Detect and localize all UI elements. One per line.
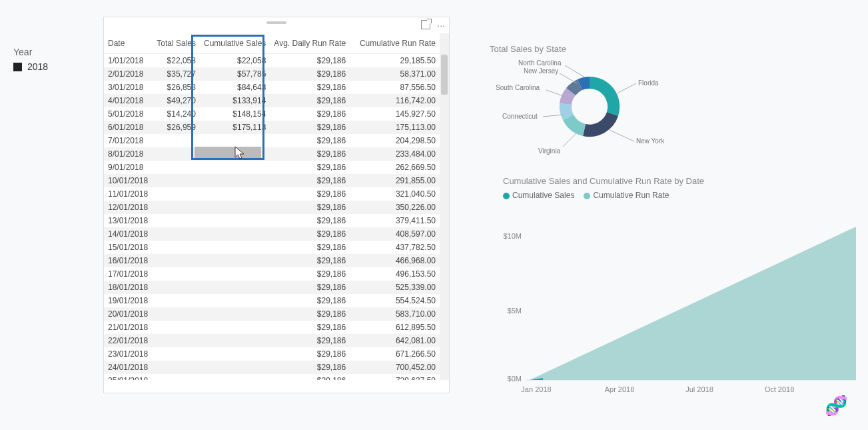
table-row[interactable]: 10/01/2018$29,186291,855.00 [104, 174, 440, 187]
drag-handle-icon[interactable] [266, 21, 286, 24]
table-row[interactable]: 23/01/2018$29,186671,266.50 [104, 347, 440, 361]
cell-date: 19/01/2018 [104, 294, 153, 307]
scroll-thumb[interactable] [441, 55, 448, 95]
table-row[interactable]: 19/01/2018$29,186554,524.50 [104, 294, 440, 307]
cell-cr: 29,185.50 [350, 54, 440, 68]
more-options-icon[interactable]: ··· [437, 20, 445, 31]
cell-ts [153, 134, 200, 147]
cell-date: 24/01/2018 [104, 361, 153, 374]
table-row[interactable]: 9/01/2018$29,186262,669.50 [104, 161, 440, 174]
area-runrate[interactable] [530, 227, 856, 380]
svg-line-1 [560, 73, 577, 83]
table-row[interactable]: 7/01/2018$29,186204,298.50 [104, 134, 440, 147]
table-row[interactable]: 24/01/2018$29,186700,452.00 [104, 361, 440, 374]
table-row[interactable]: 2/01/2018$35,727$57,785$29,18658,371.00 [104, 67, 440, 81]
table-row[interactable]: 14/01/2018$29,186408,597.00 [104, 227, 440, 241]
label-connecticut: Connecticut [502, 113, 538, 120]
cell-dr: $29,186 [270, 374, 350, 380]
cell-ts [153, 174, 200, 187]
table-row[interactable]: 25/01/2018$29,186729,637.50 [104, 374, 440, 380]
xtick-3: Oct 2018 [765, 385, 795, 393]
table-row[interactable]: 12/01/2018$29,186350,226.00 [104, 201, 440, 214]
dna-icon: 🧬 [825, 395, 848, 417]
cell-date: 3/01/2018 [104, 81, 153, 94]
cell-cs: $57,785 [200, 67, 270, 81]
col-header-total-sales[interactable]: Total Sales [153, 33, 200, 54]
slice-newyork[interactable] [583, 112, 618, 137]
table-row[interactable]: 5/01/2018$14,240$148,154$29,186145,927.5… [104, 107, 440, 121]
cell-dr: $29,186 [270, 214, 350, 227]
table-row[interactable]: 4/01/2018$49,270$133,914$29,186116,742.0… [104, 94, 440, 107]
cell-cs [200, 374, 270, 380]
year-slicer[interactable]: Year 2018 [13, 47, 48, 72]
cell-dr: $29,186 [270, 107, 350, 121]
cell-cs [200, 201, 270, 214]
sales-table-visual[interactable]: ··· Date Total Sales Cumulative Sales Av… [103, 17, 450, 393]
col-header-date[interactable]: Date [104, 33, 153, 54]
table-row[interactable]: 6/01/2018$26,959$175,113$29,186175,113.0… [104, 121, 440, 134]
cell-cr: 525,339.00 [350, 281, 440, 294]
cell-date: 15/01/2018 [104, 241, 153, 254]
cell-dr: $29,186 [270, 334, 350, 347]
svg-line-2 [617, 83, 636, 93]
cell-dr: $29,186 [270, 307, 350, 321]
cell-dr: $29,186 [270, 187, 350, 201]
cell-ts [153, 374, 200, 380]
table-row[interactable]: 18/01/2018$29,186525,339.00 [104, 281, 440, 294]
cell-cr: 379,411.50 [350, 214, 440, 227]
slice-florida[interactable] [590, 77, 620, 116]
table-row[interactable]: 8/01/2018$29,186233,484.00 [104, 147, 440, 161]
checkbox-icon[interactable] [13, 63, 22, 71]
table-row[interactable]: 17/01/2018$29,186496,153.50 [104, 267, 440, 281]
cell-date: 21/01/2018 [104, 321, 153, 334]
cell-cs [200, 347, 270, 361]
cell-date: 11/01/2018 [104, 187, 153, 201]
cell-cr: 671,266.50 [350, 347, 440, 361]
table-row[interactable]: 11/01/2018$29,186321,040.50 [104, 187, 440, 201]
area-chart[interactable]: $0M $5M $10M Jan 2018 Apr 2018 Jul 2018 … [496, 213, 856, 397]
cell-cs [200, 307, 270, 321]
table-row[interactable]: 21/01/2018$29,186612,895.50 [104, 321, 440, 334]
cell-cs [200, 254, 270, 267]
table-scrollbar[interactable] [440, 33, 449, 380]
table-row[interactable]: 15/01/2018$29,186437,782.50 [104, 241, 440, 254]
legend-cr: Cumulative Run Rate [593, 191, 669, 200]
col-header-cumulative-sales[interactable]: Cumulative Sales [200, 33, 270, 54]
legend-cs: Cumulative Sales [512, 191, 574, 200]
cell-ts: $49,270 [153, 94, 200, 107]
cell-cr: 145,927.50 [350, 107, 440, 121]
svg-line-3 [546, 90, 565, 97]
table-row[interactable]: 16/01/2018$29,186466,968.00 [104, 254, 440, 267]
table-row[interactable]: 22/01/2018$29,186642,081.00 [104, 334, 440, 347]
table-row[interactable]: 3/01/2018$26,858$84,643$29,18687,556.50 [104, 81, 440, 94]
cell-cs [200, 281, 270, 294]
cell-dr: $29,186 [270, 347, 350, 361]
cell-date: 16/01/2018 [104, 254, 153, 267]
svg-line-4 [610, 130, 634, 141]
col-header-daily-run-rate[interactable]: Avg. Daily Run Rate [270, 33, 350, 54]
cell-cs [200, 267, 270, 281]
table-row[interactable]: 20/01/2018$29,186583,710.00 [104, 307, 440, 321]
slicer-item-2018[interactable]: 2018 [13, 61, 48, 72]
donut-title: Total Sales by State [490, 44, 566, 54]
donut-chart[interactable]: North Carolina New Jersey Florida South … [486, 53, 713, 160]
cell-date: 9/01/2018 [104, 161, 153, 174]
cell-date: 4/01/2018 [104, 94, 153, 107]
table-row[interactable]: 13/01/2018$29,186379,411.50 [104, 214, 440, 227]
cell-dr: $29,186 [270, 147, 350, 161]
cell-ts: $22,058 [153, 54, 200, 68]
cell-dr: $29,186 [270, 54, 350, 68]
cell-cr: 291,855.00 [350, 174, 440, 187]
cell-cs [200, 161, 270, 174]
svg-line-0 [565, 65, 585, 77]
focus-mode-icon[interactable] [421, 20, 430, 29]
cell-cs [200, 134, 270, 147]
sales-table[interactable]: Date Total Sales Cumulative Sales Avg. D… [104, 33, 440, 380]
col-header-cumulative-run-rate[interactable]: Cumulative Run Rate [350, 33, 440, 54]
cell-dr: $29,186 [270, 134, 350, 147]
cell-ts [153, 321, 200, 334]
area-chart-title: Cumulative Sales and Cumulative Run Rate… [503, 176, 704, 186]
table-row[interactable]: 1/01/2018$22,058$22,058$29,18629,185.50 [104, 54, 440, 68]
cell-cs [200, 187, 270, 201]
cell-cr: 204,298.50 [350, 134, 440, 147]
